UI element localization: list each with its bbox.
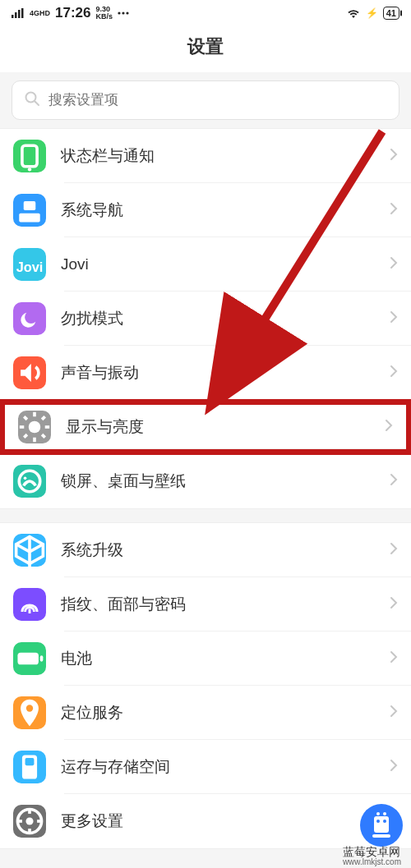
svg-point-40: [376, 820, 380, 823]
lock-wall-icon: [13, 465, 46, 498]
svg-line-19: [24, 416, 27, 420]
settings-row-battery[interactable]: 电池: [0, 631, 411, 686]
svg-point-6: [126, 11, 128, 14]
chevron-right-icon: [390, 759, 398, 775]
chevron-right-icon: [390, 542, 398, 558]
svg-point-38: [376, 812, 380, 815]
svg-point-41: [383, 820, 386, 823]
settings-row-display[interactable]: 显示与亮度: [0, 400, 411, 454]
settings-row-jovi[interactable]: JoviJovi: [0, 237, 411, 292]
signal-icon: [12, 8, 25, 18]
chevron-right-icon: [390, 365, 398, 381]
svg-point-14: [29, 421, 41, 434]
svg-point-39: [383, 812, 386, 815]
biometrics-icon: [13, 588, 46, 621]
svg-rect-1: [15, 12, 17, 18]
settings-row-status-notif[interactable]: 状态栏与通知: [0, 129, 411, 183]
settings-row-sys-nav[interactable]: 系统导航: [0, 183, 411, 237]
row-label: 勿扰模式: [61, 308, 390, 329]
row-label: Jovi: [61, 255, 390, 273]
charging-icon: ⚡: [366, 7, 378, 19]
chevron-right-icon: [390, 650, 398, 667]
wifi-icon: [346, 7, 361, 19]
dnd-icon: [13, 302, 46, 335]
watermark-text: 蓝莓安卓网 www.lmkjst.com: [343, 846, 401, 866]
row-label: 系统升级: [61, 540, 390, 561]
svg-point-31: [25, 817, 33, 824]
row-label: 显示与亮度: [66, 416, 385, 438]
chevron-right-icon: [390, 310, 398, 327]
settings-row-storage[interactable]: 运存与存储空间: [0, 740, 411, 794]
settings-row-sys-update[interactable]: 系统升级: [0, 523, 411, 577]
page-title: 设置: [0, 26, 411, 72]
more-icon: [13, 805, 46, 838]
status-bar: 4GHD 17:26 9.30KB/s ⚡ 41: [0, 0, 411, 26]
chevron-right-icon: [390, 705, 398, 721]
svg-line-21: [42, 416, 45, 420]
svg-rect-9: [22, 145, 37, 166]
svg-point-10: [28, 168, 31, 171]
settings-row-more[interactable]: 更多设置: [0, 794, 411, 848]
search-input[interactable]: [12, 80, 399, 120]
sys-nav-icon: [13, 194, 46, 227]
search-icon: [24, 90, 40, 111]
row-label: 指纹、面部与密码: [61, 594, 390, 615]
row-label: 更多设置: [61, 811, 390, 832]
svg-rect-29: [25, 758, 35, 765]
chevron-right-icon: [390, 148, 398, 164]
chevron-right-icon: [390, 202, 398, 218]
battery-icon: [13, 642, 46, 675]
net-speed: 9.30KB/s: [96, 6, 113, 21]
row-label: 系统导航: [61, 200, 390, 221]
settings-row-biometrics[interactable]: 指纹、面部与密码: [0, 577, 411, 631]
svg-line-8: [35, 101, 39, 105]
svg-point-24: [24, 477, 27, 480]
row-label: 运存与存储空间: [61, 756, 390, 778]
row-label: 锁屏、桌面与壁纸: [61, 471, 390, 492]
svg-line-22: [24, 434, 27, 438]
clock: 17:26: [55, 5, 90, 21]
location-icon: [13, 696, 46, 729]
svg-point-27: [26, 705, 33, 711]
chevron-right-icon: [385, 419, 393, 435]
status-notif-icon: [13, 140, 46, 172]
more-dots-icon: [118, 11, 129, 15]
chevron-right-icon: [390, 256, 398, 273]
svg-rect-11: [19, 214, 39, 223]
watermark-logo: [360, 804, 403, 847]
row-label: 电池: [61, 648, 390, 669]
svg-rect-0: [12, 15, 14, 18]
svg-rect-12: [24, 201, 36, 210]
settings-group-1: 系统升级指纹、面部与密码电池定位服务运存与存储空间更多设置: [0, 522, 411, 849]
row-label: 状态栏与通知: [61, 145, 390, 167]
settings-row-lock-wall[interactable]: 锁屏、桌面与壁纸: [0, 454, 411, 508]
sound-vib-icon: [13, 356, 46, 389]
svg-rect-26: [40, 655, 44, 661]
chevron-right-icon: [390, 596, 398, 613]
settings-row-sound-vib[interactable]: 声音与振动: [0, 346, 411, 400]
settings-row-location[interactable]: 定位服务: [0, 686, 411, 740]
svg-point-4: [118, 11, 120, 14]
svg-point-5: [122, 11, 124, 14]
storage-icon: [13, 751, 46, 783]
network-indicator: 4GHD: [30, 9, 50, 17]
search-container: [0, 72, 411, 128]
settings-row-dnd[interactable]: 勿扰模式: [0, 292, 411, 346]
svg-rect-3: [21, 8, 24, 18]
chevron-right-icon: [390, 473, 398, 489]
svg-rect-42: [372, 834, 390, 838]
search-field[interactable]: [48, 92, 387, 108]
sys-update-icon: [13, 534, 46, 567]
battery-indicator: 41: [383, 7, 399, 20]
svg-point-7: [26, 92, 36, 102]
svg-rect-2: [18, 10, 21, 18]
settings-group-0: 状态栏与通知系统导航JoviJovi勿扰模式声音与振动显示与亮度锁屏、桌面与壁纸: [0, 128, 411, 509]
status-left: 4GHD 17:26 9.30KB/s: [12, 5, 129, 21]
svg-rect-25: [17, 653, 38, 665]
svg-text:Jovi: Jovi: [16, 259, 44, 274]
jovi-icon: Jovi: [13, 248, 46, 281]
svg-rect-37: [374, 816, 389, 833]
svg-line-20: [42, 434, 45, 438]
status-right: ⚡ 41: [346, 7, 399, 20]
row-label: 声音与振动: [61, 362, 390, 383]
